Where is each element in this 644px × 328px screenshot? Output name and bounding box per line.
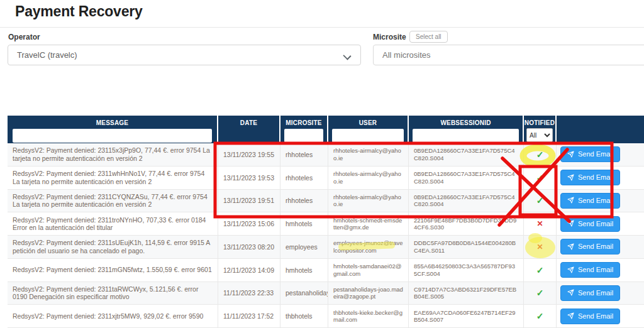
page-title: Payment Recovery [15, 3, 143, 20]
table-row: RedsysV2: Payment denied: 2311sUEujK1h, … [8, 236, 644, 259]
message-cell: RedsysV2: Payment denied: 2311troNYnHO, … [8, 212, 218, 235]
send-email-button[interactable]: Send Email [560, 262, 620, 278]
operator-select[interactable]: TravelC (travelc) [8, 45, 361, 65]
column-header-microsite: MICROSITE [280, 116, 328, 143]
action-cell: Send Email [557, 259, 644, 282]
operator-selected-value: TravelC (travelc) [17, 50, 77, 60]
microsite-label: Microsite [373, 33, 406, 41]
user-cell: hmhotels-schmedt-emsdetten@gmx.de [328, 212, 409, 235]
payment-recovery-page: Payment Recovery Operator TravelC (trave… [0, 0, 644, 328]
action-cell: Send Email [557, 143, 644, 166]
send-icon [567, 289, 574, 296]
operator-label: Operator [8, 33, 40, 41]
microsite-selected-value: All microsites [382, 50, 431, 60]
send-email-button[interactable]: Send Email [560, 146, 620, 162]
table-row: RedsysV2: Payment denied: 2311xjtr5MW9, … [8, 305, 644, 328]
select-all-button[interactable]: Select all [409, 31, 448, 43]
action-cell: Send Email [557, 190, 644, 212]
message-cell: RedsysV2: Payment denied: 2311mGN5fwtz, … [8, 259, 218, 282]
send-icon [567, 151, 574, 158]
message-cell: RedsysV2: Payment denied: 2311whHnNo1V, … [8, 167, 218, 189]
microsite-filter-input[interactable] [284, 129, 323, 143]
user-cell: hmhotels-samdanaei02@gmail.com [328, 259, 409, 282]
notified-cell: ✓ [524, 167, 557, 189]
send-email-button[interactable]: Send Email [560, 170, 620, 185]
websessionid-cell: 0B9EDA128660C7A33E1FA7D575C4C820.S004 [409, 143, 524, 166]
column-header-date: DATE [218, 116, 280, 143]
date-cell: 11/11/2023 22:33 [218, 282, 280, 305]
column-header-actions [557, 116, 644, 143]
chevron-down-icon [343, 52, 351, 60]
table-row: RedsysV2: Payment denied: 2311taRWCWyx, … [8, 282, 644, 305]
divider [0, 27, 644, 28]
table-row: RedsysV2: Payment denied: 2311whHnNo1V, … [8, 167, 644, 190]
user-cell: rhhoteles-airmalcy@yahoo.ie [328, 143, 409, 166]
user-filter-input[interactable] [332, 129, 404, 143]
message-cell: RedsysV2: Payment denied: 2311taRWCWyx, … [8, 282, 218, 305]
microsite-cell: hmhotels [280, 212, 328, 235]
send-icon [567, 174, 574, 181]
user-cell: rhhoteles-airmalcy@yahoo.ie [328, 167, 409, 189]
table-row: RedsysV2: Payment denied: 23115x3jPp9O, … [8, 143, 644, 167]
date-cell: 13/11/2023 19:55 [218, 143, 280, 166]
notified-check-icon: ✓ [536, 150, 544, 160]
action-cell: Send Email [557, 212, 644, 235]
microsite-cell: hmhotels [280, 259, 328, 282]
action-cell: Send Email [557, 282, 644, 305]
microsite-cell: employees [280, 236, 328, 258]
websessionid-filter-input[interactable] [413, 129, 519, 143]
user-cell: pestanaholidays-joao.madeira@zagope.pt [328, 282, 409, 305]
notified-cross-icon: ✕ [536, 243, 543, 251]
table-row: RedsysV2: Payment denied: 2311mGN5fwtz, … [8, 259, 644, 282]
send-email-button[interactable]: Send Email [560, 239, 620, 254]
column-header-user: USER [328, 116, 409, 143]
websessionid-cell: 22106F9E48BF7DB3B0D7DFD37DD94CF6.S030 [409, 212, 524, 235]
notified-cell: ✓ [524, 282, 557, 305]
notified-check-icon: ✓ [536, 173, 544, 183]
websessionid-cell: 855A6B46250803C3A3A565787DF935CF.S004 [409, 259, 524, 282]
notified-cell: ✓ [524, 305, 557, 327]
send-email-button[interactable]: Send Email [560, 309, 620, 324]
action-cell: Send Email [557, 305, 644, 327]
notified-cross-icon: ✕ [536, 219, 543, 228]
message-cell: RedsysV2: Payment denied: 23115x3jPp9O, … [8, 143, 218, 166]
payments-table: MESSAGE DATE MICROSITE USER WEBSESSIONID… [8, 116, 644, 328]
microsite-cell: rhhoteles [280, 190, 328, 212]
message-cell: RedsysV2: Payment denied: 2311sUEujK1h, … [8, 236, 218, 258]
notified-filter-select[interactable]: All [526, 128, 553, 142]
websessionid-cell: C9714D7A7C3ABD6321F29DFE57EBB04E.S005 [409, 282, 524, 305]
user-cell: rhhoteles-airmalcy@yahoo.ie [328, 190, 409, 212]
send-email-button[interactable]: Send Email [560, 193, 620, 209]
send-email-button[interactable]: Send Email [560, 216, 620, 232]
table-header-row: MESSAGE DATE MICROSITE USER WEBSESSIONID… [8, 116, 644, 143]
notified-cell: ✕ [524, 236, 557, 258]
websessionid-cell: EAE69AA7CDA060FE6247B714EF29B504.S007 [409, 305, 524, 327]
notified-cell: ✓ [524, 190, 557, 212]
date-cell: 12/11/2023 14:09 [218, 259, 280, 282]
notified-cell: ✓ [524, 259, 557, 282]
microsite-cell: rhhoteles [280, 167, 328, 189]
column-header-message: MESSAGE [8, 116, 218, 143]
column-header-websessionid: WEBSESSIONID [409, 116, 524, 143]
notified-cell: ✕ [524, 212, 557, 235]
table-row: RedsysV2: Payment denied: 2311troNYnHO, … [8, 212, 644, 236]
notified-cell: ✓ [524, 143, 557, 166]
date-cell: 13/11/2023 15:06 [218, 212, 280, 235]
microsite-cell: pestanaholidays [280, 282, 328, 305]
notified-check-icon: ✓ [536, 265, 544, 275]
send-icon [567, 243, 574, 250]
date-cell: 11/11/2023 17:52 [218, 305, 280, 327]
message-filter-input[interactable] [13, 129, 212, 143]
microsite-select[interactable]: All microsites [373, 45, 644, 65]
notified-check-icon: ✓ [536, 195, 544, 205]
message-cell: RedsysV2: Payment denied: 2311xjtr5MW9, … [8, 305, 218, 327]
user-cell: employees-jmunoz@travelcompositor.com [328, 236, 409, 258]
websessionid-cell: 0B9EDA128660C7A33E1FA7D575C4C820.S004 [409, 167, 524, 189]
send-icon [567, 197, 574, 204]
websessionid-cell: DDBC5FA97D8B0D8A1544E004280BC4EA.S011 [409, 236, 524, 258]
action-cell: Send Email [557, 167, 644, 189]
action-cell: Send Email [557, 236, 644, 258]
send-email-button[interactable]: Send Email [560, 285, 620, 301]
notified-check-icon: ✓ [536, 288, 544, 298]
date-cell: 13/11/2023 19:53 [218, 167, 280, 189]
